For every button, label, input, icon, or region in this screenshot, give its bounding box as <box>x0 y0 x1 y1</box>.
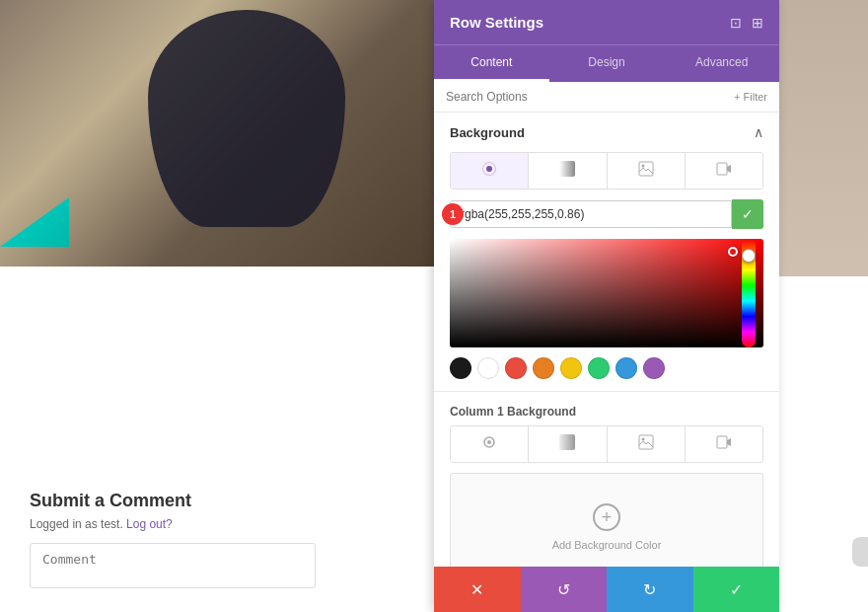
tab-advanced[interactable]: Advanced <box>664 45 779 82</box>
comment-section: Submit a Comment Logged in as test. Log … <box>0 471 434 612</box>
panel-content[interactable]: Background ∧ <box>434 113 779 567</box>
color-confirm-icon: ✓ <box>742 206 754 222</box>
panel-title: Row Settings <box>450 14 543 31</box>
right-background <box>769 0 868 276</box>
bg-type-tabs <box>450 152 763 190</box>
tab-content[interactable]: Content <box>434 45 549 82</box>
swatch-orange[interactable] <box>533 357 554 379</box>
comment-login: Logged in as test. Log out? <box>30 517 404 531</box>
column1-background-section: Column 1 Background + <box>434 392 779 567</box>
color-input-row: 1 ✓ <box>450 199 763 229</box>
add-bg-plus-icon: + <box>593 503 620 531</box>
add-bg-label: Add Background Color <box>552 539 662 551</box>
cancel-icon: ✕ <box>470 580 483 599</box>
column1-bg-tab-video[interactable] <box>686 426 762 462</box>
background-section: Background ∧ <box>434 113 779 392</box>
color-picker-cursor <box>728 247 738 257</box>
panel-header: Row Settings ⊡ ⊞ <box>434 0 779 44</box>
reset-icon: ↺ <box>557 580 570 599</box>
svg-rect-8 <box>639 435 653 449</box>
filter-label: + Filter <box>734 91 767 103</box>
svg-rect-10 <box>717 436 727 448</box>
column1-bg-tab-image[interactable] <box>608 426 686 462</box>
save-button[interactable]: ✓ <box>693 567 780 612</box>
column1-section-title: Column 1 Background <box>450 405 576 419</box>
logout-link[interactable]: Log out? <box>126 517 173 531</box>
background-collapse-icon[interactable]: ∧ <box>754 124 763 140</box>
cancel-button[interactable]: ✕ <box>434 567 521 612</box>
color-value-input[interactable] <box>450 200 732 228</box>
tab-bar: Content Design Advanced <box>434 44 779 82</box>
hue-thumb[interactable] <box>742 249 756 263</box>
screen-icon[interactable]: ⊡ <box>730 15 742 31</box>
swatch-yellow[interactable] <box>560 357 582 379</box>
background-section-title: Background <box>450 125 525 140</box>
color-swatches <box>434 357 779 391</box>
redo-button[interactable]: ↻ <box>607 567 693 612</box>
panel-header-icons: ⊡ ⊞ <box>730 15 763 31</box>
bg-tab-video[interactable] <box>686 153 762 189</box>
reset-button[interactable]: ↺ <box>521 567 608 612</box>
action-bar: ✕ ↺ ↻ ✓ <box>434 567 779 612</box>
search-bar: + Filter <box>434 82 779 113</box>
color-picker-area[interactable] <box>450 239 763 347</box>
background-section-header[interactable]: Background ∧ <box>434 113 779 152</box>
swatch-white[interactable] <box>477 357 499 379</box>
column1-bg-type-tabs <box>450 425 763 463</box>
bg-tab-gradient[interactable] <box>529 153 607 189</box>
column1-bg-tab-color[interactable] <box>451 426 529 462</box>
svg-rect-4 <box>717 163 727 175</box>
svg-rect-1 <box>559 161 575 177</box>
comment-input[interactable] <box>30 543 316 588</box>
scroll-indicator <box>852 537 868 567</box>
svg-rect-2 <box>639 162 653 176</box>
column1-section-header: Column 1 Background <box>434 392 779 425</box>
svg-point-3 <box>641 165 644 168</box>
swatch-black[interactable] <box>450 357 471 379</box>
bg-tab-image[interactable] <box>608 153 686 189</box>
grid-icon[interactable]: ⊞ <box>752 15 763 31</box>
hue-slider[interactable] <box>742 239 756 347</box>
comment-title: Submit a Comment <box>30 491 404 511</box>
search-input[interactable] <box>446 90 734 104</box>
filter-button[interactable]: + Filter <box>734 91 767 103</box>
redo-icon: ↻ <box>643 580 656 599</box>
person-silhouette <box>148 10 345 227</box>
svg-rect-7 <box>559 434 575 450</box>
svg-point-6 <box>487 440 491 444</box>
color-confirm-button[interactable]: ✓ <box>732 199 763 229</box>
swatch-blue[interactable] <box>615 357 637 379</box>
bg-tab-color[interactable] <box>451 153 529 189</box>
swatch-red[interactable] <box>505 357 527 379</box>
column1-bg-tab-gradient[interactable] <box>529 426 607 462</box>
tab-design[interactable]: Design <box>549 45 665 82</box>
save-icon: ✓ <box>730 580 743 599</box>
login-text: Logged in as test. <box>30 517 123 531</box>
step-badge: 1 <box>442 203 464 225</box>
add-background-color-area[interactable]: + Add Background Color <box>450 473 763 567</box>
swatch-green[interactable] <box>588 357 610 379</box>
swatch-purple[interactable] <box>643 357 665 379</box>
svg-point-0 <box>486 166 492 172</box>
svg-point-9 <box>641 438 644 441</box>
settings-panel: Row Settings ⊡ ⊞ Content Design Advanced… <box>434 0 779 612</box>
